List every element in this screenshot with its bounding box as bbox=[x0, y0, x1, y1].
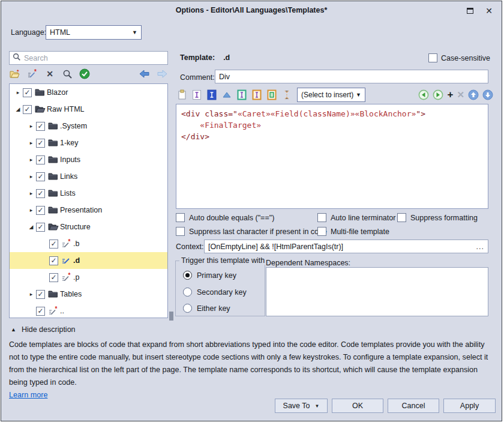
folder-open-icon bbox=[48, 222, 59, 232]
ok-button[interactable]: OK bbox=[332, 399, 383, 413]
expand-expander-icon[interactable]: ▸ bbox=[26, 291, 36, 297]
namespaces-listbox[interactable] bbox=[266, 267, 488, 316]
tree-item--d[interactable]: ✓.d bbox=[10, 252, 167, 269]
navigate-back-icon[interactable] bbox=[139, 68, 151, 80]
tree-item-checkbox[interactable]: ✓ bbox=[36, 307, 45, 316]
delete-icon[interactable]: ✕ bbox=[44, 68, 56, 80]
expand-expander-icon[interactable]: ▸ bbox=[26, 207, 36, 213]
tree-item-checkbox[interactable]: ✓ bbox=[36, 223, 45, 232]
cancel-button[interactable]: Cancel bbox=[388, 399, 439, 413]
text-field-icon[interactable] bbox=[251, 89, 263, 101]
tree-item-lists[interactable]: ▸✓Lists bbox=[10, 185, 167, 202]
new-category-icon[interactable]: * bbox=[9, 68, 21, 80]
tree-item-tables[interactable]: ▸✓Tables bbox=[10, 286, 167, 303]
tree-item-checkbox[interactable]: ✓ bbox=[36, 139, 45, 148]
field-icon[interactable] bbox=[236, 89, 248, 101]
expand-expander-icon[interactable]: ▸ bbox=[26, 190, 36, 196]
tree-item-checkbox[interactable]: ✓ bbox=[49, 240, 58, 249]
search-input[interactable]: Search bbox=[9, 51, 168, 65]
new-template-icon[interactable]: * bbox=[26, 68, 38, 80]
language-combobox[interactable]: HTML ▼ bbox=[46, 25, 142, 40]
tree-item-1-key[interactable]: ▸✓1-key bbox=[10, 134, 167, 151]
code-editor[interactable]: <div class="«Caret»«Field(className)»«Bl… bbox=[176, 104, 488, 209]
primary-key-radio[interactable] bbox=[183, 271, 192, 280]
multi-file-template-checkbox[interactable] bbox=[317, 227, 326, 236]
select-to-insert-value: (Select to insert) bbox=[301, 91, 353, 99]
validate-icon[interactable] bbox=[79, 68, 91, 80]
tree-item-checkbox[interactable]: ✓ bbox=[36, 172, 45, 181]
multi-file-template-option[interactable]: Multi-file template bbox=[317, 227, 389, 236]
tree-item-raw-html[interactable]: ◢✓Raw HTML bbox=[10, 101, 167, 118]
context-input[interactable]: [OnEmptyLine] && ![HtmlParentTagIs(tr)] … bbox=[204, 240, 488, 253]
folder-closed-icon bbox=[48, 138, 59, 148]
close-button[interactable]: ✕ bbox=[482, 5, 496, 17]
secondary-key-option[interactable]: Secondary key bbox=[183, 288, 247, 297]
auto-double-equals-option[interactable]: Auto double equals ("==") bbox=[176, 213, 274, 222]
comment-input[interactable]: Div bbox=[215, 70, 488, 83]
tree-item--system[interactable]: ▸✓.System bbox=[10, 118, 167, 134]
auto-line-terminator-option[interactable]: Auto line terminator bbox=[317, 213, 395, 222]
tree-item-checkbox[interactable]: ✓ bbox=[23, 88, 32, 97]
auto-line-terminator-checkbox[interactable] bbox=[317, 213, 326, 222]
expand-expander-icon[interactable]: ▸ bbox=[13, 89, 23, 95]
expand-expander-icon[interactable]: ▸ bbox=[26, 140, 36, 146]
tree-item-checkbox[interactable]: ✓ bbox=[36, 290, 45, 299]
move-down-icon[interactable] bbox=[482, 89, 494, 101]
marker-icon[interactable] bbox=[221, 89, 233, 101]
tree-item-checkbox[interactable]: ✓ bbox=[36, 155, 45, 164]
expand-expander-icon[interactable]: ▸ bbox=[26, 157, 36, 163]
tree-item-checkbox[interactable]: ✓ bbox=[36, 189, 45, 198]
context-browse-button[interactable]: ... bbox=[476, 243, 484, 251]
svg-text:*: * bbox=[68, 273, 71, 279]
add-icon[interactable]: + bbox=[447, 89, 453, 101]
tree-item-links[interactable]: ▸✓Links bbox=[10, 168, 167, 185]
navigate-forward-icon[interactable] bbox=[156, 68, 168, 80]
svg-text:*: * bbox=[17, 69, 19, 74]
navigate-forward-icon[interactable] bbox=[432, 89, 444, 101]
apply-button[interactable]: Apply bbox=[443, 399, 496, 413]
collapse-expander-icon[interactable]: ◢ bbox=[13, 106, 23, 112]
tree-item--b[interactable]: ✓*.b bbox=[10, 235, 167, 252]
tree-item-inputs[interactable]: ▸✓Inputs bbox=[10, 151, 167, 168]
hide-description-toggle[interactable]: ▲ Hide description bbox=[11, 325, 76, 334]
suppress-formatting-checkbox[interactable] bbox=[397, 213, 406, 222]
tree-item--[interactable]: ✓*.. bbox=[10, 303, 167, 318]
tree-item--p[interactable]: ✓*.p bbox=[10, 269, 167, 286]
tree-item-checkbox[interactable]: ✓ bbox=[23, 105, 32, 114]
tree-item-presentation[interactable]: ▸✓Presentation bbox=[10, 202, 167, 219]
maximize-button[interactable] bbox=[463, 5, 476, 17]
block-anchor-icon[interactable] bbox=[206, 89, 218, 101]
either-key-radio[interactable] bbox=[183, 304, 192, 313]
tree-item-label: Tables bbox=[60, 290, 82, 298]
paste-icon[interactable] bbox=[176, 89, 188, 101]
tree-item-checkbox[interactable]: ✓ bbox=[36, 206, 45, 215]
expand-expander-icon[interactable]: ▸ bbox=[26, 173, 36, 179]
caret-icon[interactable] bbox=[191, 89, 203, 101]
select-to-insert-combobox[interactable]: (Select to insert) ▼ bbox=[297, 88, 365, 102]
tree-item-checkbox[interactable]: ✓ bbox=[49, 273, 58, 282]
suppress-last-character-checkbox[interactable] bbox=[176, 227, 185, 236]
tree-item-structure[interactable]: ◢✓Structure bbox=[10, 219, 167, 235]
learn-more-link[interactable]: Learn more bbox=[9, 391, 47, 399]
save-to-button[interactable]: Save To ▼ bbox=[275, 399, 328, 413]
tree-item-blazor[interactable]: ▸✓Blazor bbox=[10, 84, 167, 101]
expand-expander-icon[interactable]: ▸ bbox=[26, 123, 36, 129]
collapse-expander-icon[interactable]: ◢ bbox=[26, 224, 36, 230]
suppress-formatting-option[interactable]: Suppress formatting bbox=[397, 213, 478, 222]
tree-item-checkbox[interactable]: ✓ bbox=[49, 256, 58, 265]
suppress-last-character-option[interactable]: Suppress last character if present in co… bbox=[176, 227, 327, 236]
find-icon[interactable] bbox=[61, 68, 73, 80]
secondary-key-radio[interactable] bbox=[183, 288, 192, 297]
target-icon[interactable] bbox=[266, 89, 278, 101]
tree-item-checkbox[interactable]: ✓ bbox=[36, 122, 45, 131]
svg-text:*: * bbox=[55, 306, 58, 312]
case-sensitive-option[interactable]: Case-sensitive bbox=[428, 53, 490, 62]
either-key-option[interactable]: Either key bbox=[183, 304, 230, 313]
auto-double-equals-checkbox[interactable] bbox=[176, 213, 185, 222]
template-active-icon bbox=[61, 256, 72, 265]
primary-key-option[interactable]: Primary key bbox=[183, 271, 236, 280]
navigate-back-icon[interactable] bbox=[418, 89, 430, 101]
panel-splitter-handle[interactable] bbox=[169, 312, 173, 321]
move-up-icon[interactable] bbox=[467, 89, 479, 101]
case-sensitive-checkbox[interactable] bbox=[428, 53, 437, 62]
